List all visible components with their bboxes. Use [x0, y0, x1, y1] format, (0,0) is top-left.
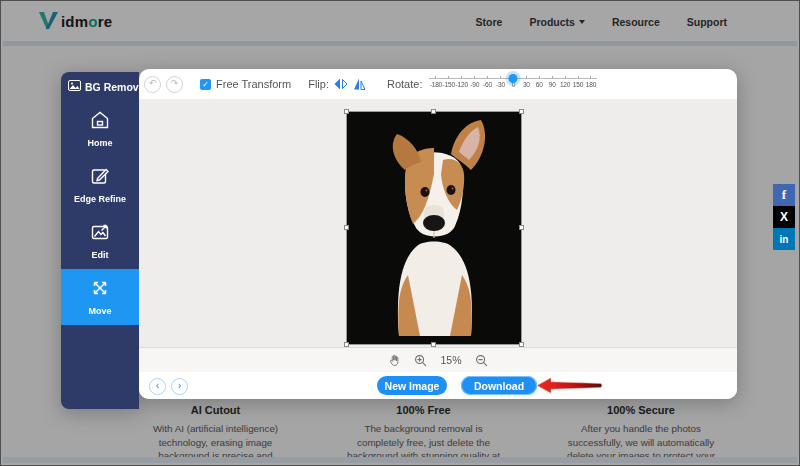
- toolbar: ↶ ↷ ✓ Free Transform Flip: Rotate: -180 …: [139, 69, 737, 99]
- zoom-out-icon[interactable]: [475, 354, 488, 367]
- x-twitter-icon[interactable]: X: [773, 206, 795, 228]
- sidebar-item-home[interactable]: Home: [61, 101, 139, 157]
- zoom-bar: 15%: [139, 347, 737, 372]
- resize-handle-top-center[interactable]: [431, 109, 436, 114]
- sidebar-items: Home Edge Refine Edit: [61, 101, 139, 325]
- edge-refine-icon: [89, 165, 111, 191]
- sidebar-item-move[interactable]: Move: [61, 269, 139, 325]
- flip-horizontal-button[interactable]: [334, 78, 348, 90]
- sidebar-item-edit[interactable]: Edit: [61, 213, 139, 269]
- next-image-button[interactable]: ›: [171, 378, 188, 395]
- previous-image-button[interactable]: ‹: [149, 378, 166, 395]
- edit-image-icon: [89, 221, 111, 247]
- redo-button[interactable]: ↷: [166, 76, 183, 93]
- resize-handle-top-right[interactable]: [519, 109, 524, 114]
- social-rail: f X in: [773, 184, 795, 250]
- linkedin-icon[interactable]: in: [773, 228, 795, 250]
- flip-label: Flip:: [308, 78, 329, 90]
- undo-button[interactable]: ↶: [144, 76, 161, 93]
- move-icon: [89, 277, 111, 303]
- new-image-button[interactable]: New Image: [377, 376, 447, 395]
- dog-image[interactable]: [347, 112, 521, 344]
- bg-remover-icon: [68, 80, 81, 93]
- home-icon: [89, 109, 111, 135]
- zoom-in-icon[interactable]: [414, 354, 427, 367]
- canvas[interactable]: [139, 99, 737, 347]
- action-bar: ‹ › New Image Download: [139, 372, 737, 399]
- facebook-icon[interactable]: f: [773, 184, 795, 206]
- sidebar: BG Remover Home Edge Refine: [61, 72, 139, 409]
- flip-vertical-button[interactable]: [353, 78, 366, 90]
- download-pointer-arrow: [537, 377, 603, 398]
- rotate-slider[interactable]: -180 -150 -120 -90 -60 -30 0 30 60 90 12…: [429, 73, 597, 95]
- free-transform-label: Free Transform: [216, 78, 291, 90]
- resize-handle-mid-left[interactable]: [344, 225, 349, 230]
- resize-handle-top-left[interactable]: [344, 109, 349, 114]
- bg-remover-modal: BG Remover Home Edge Refine: [61, 69, 737, 409]
- resize-handle-mid-right[interactable]: [519, 225, 524, 230]
- editor-panel: ↶ ↷ ✓ Free Transform Flip: Rotate: -180 …: [139, 69, 737, 399]
- screen: idmore Store Products Resource Support A…: [0, 0, 800, 466]
- rotate-slider-thumb[interactable]: [509, 74, 518, 83]
- download-button[interactable]: Download: [461, 376, 537, 395]
- app-title: BG Remover: [61, 72, 139, 93]
- free-transform-checkbox[interactable]: ✓: [200, 79, 211, 90]
- zoom-level: 15%: [440, 354, 461, 366]
- sidebar-item-edge-refine[interactable]: Edge Refine: [61, 157, 139, 213]
- rotate-label: Rotate:: [387, 78, 422, 90]
- hand-pan-icon[interactable]: [388, 354, 401, 367]
